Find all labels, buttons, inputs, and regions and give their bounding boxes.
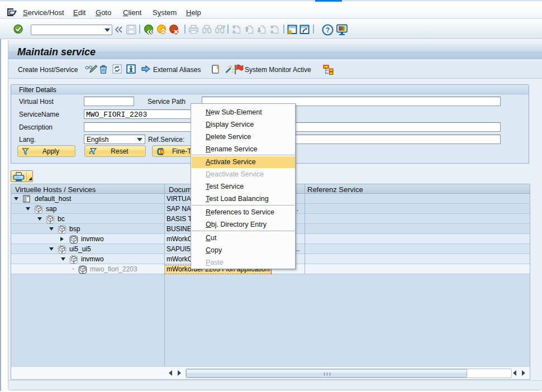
svg-text:?: ?: [326, 26, 330, 34]
